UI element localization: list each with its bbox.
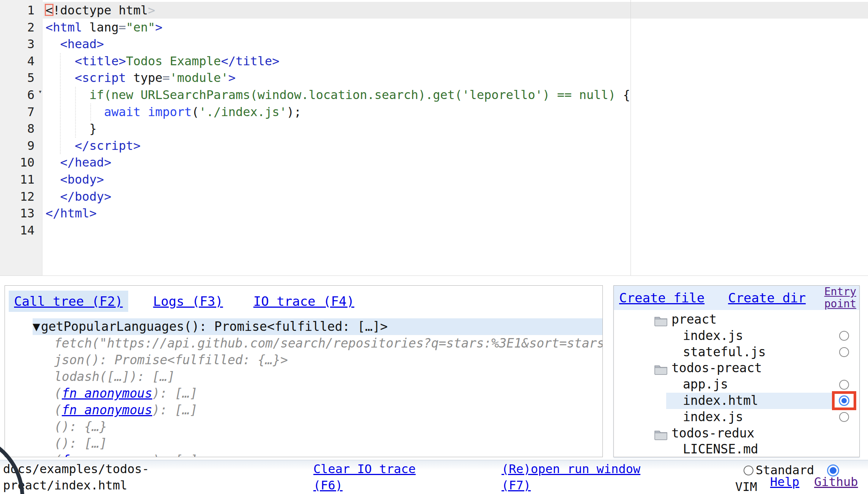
file-row[interactable]: LICENSE.md xyxy=(614,441,859,457)
line-number: 2 xyxy=(0,19,42,36)
status-bar: docs/examples/todos-preact/index.html Cl… xyxy=(0,460,868,494)
entry-point-radio-checked[interactable] xyxy=(839,395,849,406)
line-number: 10 xyxy=(0,154,42,171)
entry-point-link[interactable]: Entry point xyxy=(822,286,856,310)
file-name: index.js xyxy=(614,409,743,424)
code-line: await import('./index.js'); xyxy=(46,104,630,121)
line-number: 9 xyxy=(0,137,42,154)
tab-io-trace-f4[interactable]: IO trace (F4) xyxy=(248,291,360,312)
call-tree-panel: Call tree (F2)Logs (F3)IO trace (F4) ▼ge… xyxy=(5,285,603,457)
create-file-link[interactable]: Create file xyxy=(619,290,704,305)
file-name: LICENSE.md xyxy=(614,442,758,456)
call-tree-fn-link[interactable]: fn anonymous xyxy=(62,386,152,401)
column-ruler xyxy=(631,0,631,275)
call-tree-row[interactable]: fetch("https://api.github.com/search/rep… xyxy=(5,335,602,352)
file-tree: preactindex.jsstateful.jstodos-preactapp… xyxy=(614,310,859,457)
call-tree: ▼getPopularLanguages(): Promise<fulfille… xyxy=(5,318,602,457)
tab-logs-f3[interactable]: Logs (F3) xyxy=(148,291,228,312)
vim-label: VIM xyxy=(735,480,757,494)
code-line: <head> xyxy=(46,36,630,53)
line-number: 6▾ xyxy=(0,87,42,104)
line-number: 12 xyxy=(0,188,42,205)
line-number: 5 xyxy=(0,69,42,87)
call-tree-row[interactable]: lodash([…]): […] xyxy=(5,368,602,385)
file-name: index.js xyxy=(614,328,743,343)
current-file-path: docs/examples/todos-preact/index.html xyxy=(3,461,153,494)
code-editor[interactable]: 123456▾7891011121314 <!doctype html><htm… xyxy=(0,0,868,276)
call-tree-row[interactable]: (): […] xyxy=(5,435,602,452)
folder-name: todos-redux xyxy=(614,426,755,441)
code-line: if(new URLSearchParams(window.location.s… xyxy=(46,87,630,104)
code-line: </script> xyxy=(46,137,630,154)
entry-point-radio[interactable] xyxy=(839,331,849,341)
folder-row[interactable]: preact xyxy=(614,312,859,328)
help-link[interactable]: Help xyxy=(770,474,799,490)
folder-row[interactable]: todos-preact xyxy=(614,360,859,376)
code-line: <title>Todos Example</title> xyxy=(46,53,630,70)
panel-tabs: Call tree (F2)Logs (F3)IO trace (F4) xyxy=(5,286,602,312)
call-tree-row[interactable]: (fn anonymous): […] xyxy=(5,402,602,418)
call-tree-row[interactable]: (fn anonymous): […] xyxy=(5,452,602,457)
file-row[interactable]: app.js xyxy=(614,376,859,393)
line-number-gutter: 123456▾7891011121314 xyxy=(0,0,42,275)
fold-arrow-icon[interactable]: ▾ xyxy=(38,88,42,95)
code-line: <script type='module'> xyxy=(46,69,630,87)
folder-name: todos-preact xyxy=(614,360,762,375)
call-tree-row[interactable]: json(): Promise<fulfilled: {…}> xyxy=(5,352,602,368)
call-tree-row[interactable]: (): {…} xyxy=(5,418,602,435)
line-number: 3 xyxy=(0,36,42,53)
entry-point-radio[interactable] xyxy=(839,412,849,422)
entry-point-radio[interactable] xyxy=(839,380,849,390)
file-name: app.js xyxy=(614,377,728,392)
code-line xyxy=(46,222,630,239)
line-number: 11 xyxy=(0,171,42,188)
code-line: <html lang="en"> xyxy=(46,19,630,36)
folder-row[interactable]: todos-redux xyxy=(614,425,859,442)
file-row[interactable]: index.js xyxy=(614,328,859,344)
line-number: 13 xyxy=(0,205,42,222)
file-row[interactable]: stateful.js xyxy=(614,344,859,360)
collapse-arrow-icon[interactable]: ▼ xyxy=(33,319,40,334)
call-tree-fn-link[interactable]: fn anonymous xyxy=(62,453,152,457)
line-number: 4 xyxy=(0,53,42,70)
tab-call-tree-f2[interactable]: Call tree (F2) xyxy=(9,291,128,312)
call-tree-root-label: getPopularLanguages(): Promise<fulfilled… xyxy=(41,319,388,334)
file-panel: Create file Create dir Entry point preac… xyxy=(613,285,860,457)
line-number: 14 xyxy=(0,222,42,239)
github-link[interactable]: Github xyxy=(814,474,858,490)
code-line: </body> xyxy=(46,188,630,205)
entry-point-highlight-box xyxy=(832,391,856,410)
code-line: </html> xyxy=(46,205,630,222)
line-number: 7 xyxy=(0,104,42,121)
code-line: <!doctype html> xyxy=(46,2,630,19)
call-tree-root-row[interactable]: ▼getPopularLanguages(): Promise<fulfille… xyxy=(5,318,602,335)
file-row[interactable]: index.html xyxy=(614,393,859,409)
standard-radio[interactable] xyxy=(744,466,753,475)
line-number: 1 xyxy=(0,2,42,19)
code-area[interactable]: <!doctype html><html lang="en"> <head> <… xyxy=(46,2,630,239)
code-line: } xyxy=(46,120,630,137)
file-panel-header: Create file Create dir Entry point xyxy=(614,286,859,310)
text-cursor: < xyxy=(46,3,53,17)
reopen-run-window-link[interactable]: (Re)open run window (F7) xyxy=(502,461,653,494)
entry-point-radio[interactable] xyxy=(839,347,849,357)
file-name: index.html xyxy=(614,393,758,408)
file-row[interactable]: index.js xyxy=(614,409,859,425)
file-name: stateful.js xyxy=(614,345,766,359)
line-number: 8 xyxy=(0,120,42,137)
folder-name: preact xyxy=(614,312,717,327)
call-tree-row[interactable]: (fn anonymous): […] xyxy=(5,385,602,402)
call-tree-fn-link[interactable]: fn anonymous xyxy=(62,403,152,417)
clear-io-trace-link[interactable]: Clear IO trace (F6) xyxy=(313,461,427,494)
code-line: </head> xyxy=(46,154,630,171)
code-line: <body> xyxy=(46,171,630,188)
create-dir-link[interactable]: Create dir xyxy=(728,290,806,305)
